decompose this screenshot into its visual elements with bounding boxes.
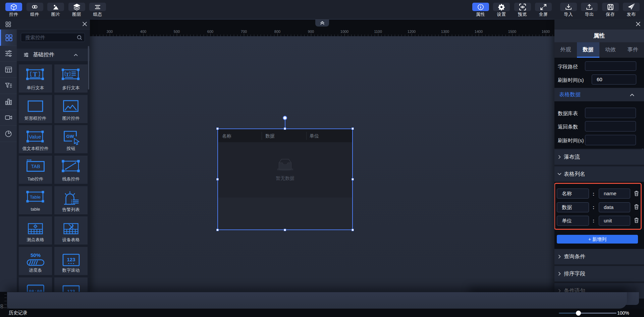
svg-text:50%: 50% xyxy=(30,252,40,258)
svg-text:Table: Table xyxy=(30,195,40,200)
svg-text:GW: GW xyxy=(66,134,74,139)
svg-text:TAB: TAB xyxy=(31,164,40,169)
svg-text:T: T xyxy=(65,72,69,77)
svg-text:Value: Value xyxy=(29,134,41,140)
svg-text:T: T xyxy=(33,71,37,78)
svg-text:08:00: 08:00 xyxy=(29,289,42,292)
svg-text:123: 123 xyxy=(67,257,75,262)
svg-text:123: 123 xyxy=(67,289,75,292)
